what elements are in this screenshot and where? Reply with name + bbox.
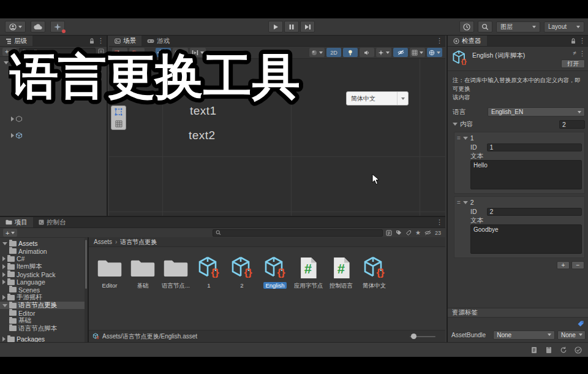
label-tag-icon[interactable] xyxy=(577,320,584,327)
tool-handle-position-dropdown[interactable] xyxy=(156,48,171,57)
panel-menu-icon[interactable] xyxy=(436,218,443,226)
file-scriptable-asset[interactable]: {} 简体中文 xyxy=(361,256,388,290)
foldout-icon[interactable] xyxy=(11,69,16,72)
undo-history-button[interactable] xyxy=(459,21,474,32)
tree-item[interactable]: 手游摇杆 xyxy=(0,294,88,302)
thumbnail-size-slider[interactable] xyxy=(410,336,435,337)
hierarchy-search-input[interactable]: All xyxy=(19,48,96,56)
2d-toggle-button[interactable]: 2D xyxy=(326,48,341,57)
tree-item[interactable]: Item脚本 xyxy=(0,263,88,271)
panel-menu-icon[interactable] xyxy=(436,37,443,45)
layout-dropdown[interactable]: Layout xyxy=(544,21,584,32)
text-area[interactable]: Hello xyxy=(470,160,582,189)
account-button[interactable] xyxy=(5,21,26,32)
hierarchy-row[interactable] xyxy=(0,75,107,83)
file-scriptable-asset[interactable]: {} 1 xyxy=(195,256,222,289)
tab-inspector[interactable]: 检查器 xyxy=(448,36,487,46)
tab-scene[interactable]: 场景 xyxy=(109,36,141,46)
debug-mode-dropdown[interactable] xyxy=(129,48,145,57)
foldout-icon[interactable] xyxy=(463,137,468,140)
search-by-type-icon[interactable] xyxy=(386,230,392,236)
file-csharp-script[interactable]: # 应用字节点 xyxy=(295,256,322,290)
rect-tool-icon[interactable] xyxy=(115,108,123,116)
hierarchy-row[interactable] xyxy=(0,131,107,139)
drag-handle-icon[interactable] xyxy=(457,199,461,206)
hierarchy-row-scene[interactable] xyxy=(0,59,107,67)
tree-item-selected[interactable]: 语言节点更换 xyxy=(0,302,88,310)
remove-element-button[interactable]: − xyxy=(571,261,584,269)
collab-status-icon[interactable] xyxy=(575,346,582,354)
file-folder[interactable]: Editor xyxy=(96,256,123,289)
tree-item[interactable]: 语言节点脚本 xyxy=(0,325,88,333)
pause-button[interactable] xyxy=(284,21,299,32)
text-area[interactable]: Goodbye xyxy=(470,224,582,254)
foldout-icon[interactable] xyxy=(453,123,458,126)
drag-handle-icon[interactable] xyxy=(457,134,461,142)
tree-item[interactable]: Scenes xyxy=(0,286,88,294)
favorites-star-icon[interactable]: ★ xyxy=(415,229,421,236)
file-folder[interactable]: 语言节点... xyxy=(162,256,189,290)
file-csharp-script[interactable]: # 控制语言 xyxy=(328,256,355,290)
scene-canvas[interactable]: text1 text2 简体中文 xyxy=(109,59,445,216)
foldout-icon[interactable] xyxy=(463,201,468,204)
open-button[interactable]: 打开 xyxy=(561,59,585,68)
layers-dropdown[interactable]: 图层 xyxy=(496,21,540,32)
id-field[interactable]: 2 xyxy=(487,208,582,216)
project-search-input[interactable] xyxy=(213,229,383,237)
foldout-icon[interactable] xyxy=(11,116,14,121)
hierarchy-row[interactable] xyxy=(0,67,107,75)
breadcrumb-current[interactable]: 语言节点更换 xyxy=(120,238,157,246)
tree-scrollbar[interactable] xyxy=(85,239,88,343)
play-button[interactable] xyxy=(268,21,283,32)
tool-handle-rotation-dropdown[interactable] xyxy=(173,48,188,57)
assetbundle-dropdown[interactable]: None xyxy=(493,330,555,340)
tree-item[interactable]: Animation xyxy=(0,248,88,256)
assetbundle-variant-dropdown[interactable]: None xyxy=(557,330,586,340)
tree-item[interactable]: Joystick Pack xyxy=(0,270,88,278)
lock-icon[interactable] xyxy=(89,38,94,44)
tab-hierarchy[interactable]: 层级 xyxy=(0,36,32,46)
shading-mode-dropdown[interactable] xyxy=(309,48,325,57)
effects-dropdown[interactable] xyxy=(376,48,391,57)
add-element-button[interactable]: + xyxy=(557,261,570,269)
tree-item-assets[interactable]: Assets xyxy=(0,240,88,248)
language-ui-dropdown[interactable]: 简体中文 xyxy=(346,91,409,105)
draw-mode-dropdown[interactable] xyxy=(112,48,127,57)
tree-item[interactable]: C# xyxy=(0,255,88,263)
panel-menu-icon[interactable] xyxy=(97,37,104,45)
search-filter-icon[interactable] xyxy=(98,48,104,55)
label-icon[interactable] xyxy=(405,230,412,236)
tab-project[interactable]: 项目 xyxy=(0,217,33,227)
step-button[interactable] xyxy=(300,21,315,32)
breadcrumb-root[interactable]: Assets xyxy=(94,239,112,245)
presets-icon[interactable]: ≠ xyxy=(573,50,577,58)
panel-menu-icon[interactable] xyxy=(579,37,586,45)
tree-item[interactable]: Language xyxy=(0,278,88,286)
id-field[interactable]: 1 xyxy=(487,143,582,151)
grid-snapping-dropdown[interactable] xyxy=(190,48,206,57)
search-everywhere-button[interactable] xyxy=(478,21,492,32)
console-log-icon[interactable] xyxy=(530,346,538,354)
lighting-toggle-button[interactable] xyxy=(343,48,358,57)
tab-game[interactable]: 游戏 xyxy=(141,36,175,46)
create-asset-button[interactable]: + xyxy=(3,229,17,237)
file-folder[interactable]: 基础 xyxy=(129,256,156,290)
tab-console[interactable]: 控制台 xyxy=(33,217,72,227)
tree-item[interactable]: Editor xyxy=(0,309,88,317)
create-object-button[interactable]: + xyxy=(2,48,17,56)
refresh-icon[interactable] xyxy=(560,346,567,354)
package-manager-icon[interactable] xyxy=(545,346,552,354)
file-scriptable-asset[interactable]: {} 2 xyxy=(228,256,255,289)
camera-settings-dropdown[interactable] xyxy=(410,48,425,57)
file-scriptable-asset-selected[interactable]: {} English xyxy=(262,256,288,289)
grid-tool-icon[interactable] xyxy=(115,120,123,128)
foldout-icon[interactable] xyxy=(11,133,14,138)
lock-icon[interactable] xyxy=(571,38,576,44)
cloud-button[interactable] xyxy=(31,21,45,32)
content-size-field[interactable]: 2 xyxy=(559,120,585,129)
hierarchy-row[interactable] xyxy=(0,115,107,123)
search-by-label-icon[interactable] xyxy=(396,230,402,236)
tree-item[interactable]: 基础 xyxy=(0,317,88,325)
gizmos-dropdown[interactable] xyxy=(427,48,442,57)
hidden-objects-toggle[interactable] xyxy=(393,48,408,57)
